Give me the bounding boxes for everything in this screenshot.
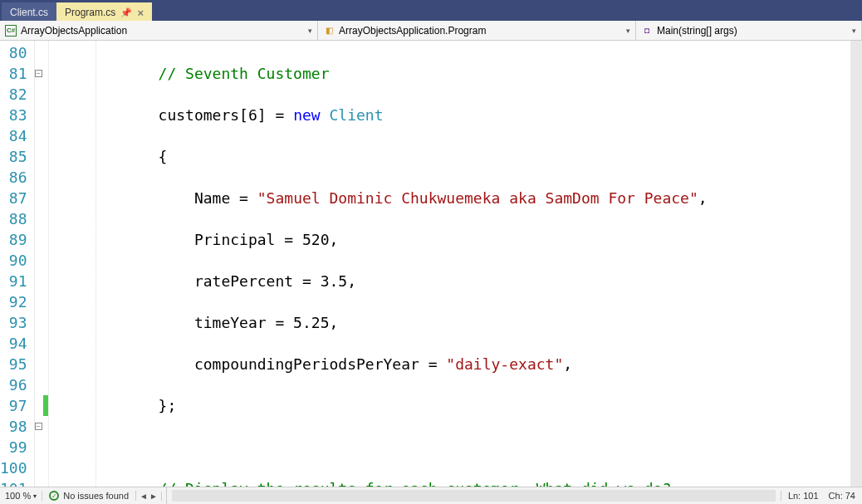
tab-label: Client.cs: [10, 7, 48, 18]
line-number: 83: [0, 105, 27, 125]
line-number: 82: [0, 84, 27, 105]
csharp-icon: C#: [5, 25, 17, 37]
line-number: 95: [0, 354, 27, 374]
line-number: 101: [0, 478, 27, 487]
nav-class-label: ArrayObjectsApplication.Program: [339, 25, 486, 37]
line-number: 90: [0, 250, 27, 271]
prev-issue-button[interactable]: ◄: [140, 492, 148, 501]
chevron-down-icon: ▾: [308, 27, 312, 35]
check-icon: ✓: [49, 491, 59, 501]
line-number: 87: [0, 188, 27, 208]
line-number: 85: [0, 146, 27, 167]
zoom-dropdown[interactable]: 100 % ▾: [0, 491, 42, 501]
line-number: 91: [0, 271, 27, 291]
status-bar: 100 % ▾ ✓ No issues found ◄ ► Ln: 101 Ch…: [0, 487, 862, 504]
issues-label: No issues found: [63, 491, 129, 501]
splitter[interactable]: [162, 487, 167, 504]
tab-bar: Client.cs Program.cs 📌 ×: [0, 0, 862, 21]
line-number: 99: [0, 437, 27, 458]
nav-namespace-dropdown[interactable]: C# ArrayObjectsApplication ▾: [0, 21, 318, 40]
line-number: 97: [0, 395, 27, 416]
line-number: 96: [0, 374, 27, 395]
navigation-bar: C# ArrayObjectsApplication ▾ ◧ ArrayObje…: [0, 21, 862, 41]
horizontal-scrollbar[interactable]: [172, 490, 776, 502]
cursor-char: Ch: 74: [829, 491, 855, 501]
zoom-label: 100 %: [5, 491, 31, 501]
line-number: 84: [0, 125, 27, 146]
close-icon[interactable]: ×: [137, 7, 144, 19]
line-number: 93: [0, 312, 27, 333]
tab-client[interactable]: Client.cs: [2, 2, 56, 21]
cursor-line: Ln: 101: [788, 491, 819, 501]
fold-toggle[interactable]: −: [35, 70, 42, 77]
nav-class-dropdown[interactable]: ◧ ArrayObjectsApplication.Program ▾: [318, 21, 636, 40]
line-number: 98: [0, 416, 27, 437]
class-icon: ◧: [323, 25, 335, 37]
chevron-down-icon: ▾: [626, 27, 630, 35]
issues-indicator[interactable]: ✓ No issues found: [42, 491, 136, 501]
change-marker-column: [42, 41, 48, 487]
line-number: 100: [0, 458, 27, 478]
tab-program[interactable]: Program.cs 📌 ×: [56, 2, 152, 21]
editor-area: 8081828384858687888990919293949596979899…: [0, 41, 862, 487]
chevron-down-icon: ▾: [852, 27, 856, 35]
line-number: 81: [0, 63, 27, 84]
code-editor[interactable]: // Seventh Customer customers[6] = new C…: [48, 41, 862, 487]
method-icon: ◘: [641, 25, 653, 37]
line-number: 80: [0, 42, 27, 63]
line-number: 88: [0, 208, 27, 229]
line-number: 94: [0, 333, 27, 354]
fold-column: − −: [35, 41, 42, 487]
line-number: 89: [0, 229, 27, 250]
next-issue-button[interactable]: ►: [149, 492, 158, 501]
fold-toggle[interactable]: −: [35, 423, 42, 430]
nav-namespace-label: ArrayObjectsApplication: [21, 25, 127, 37]
line-number-gutter: 8081828384858687888990919293949596979899…: [0, 41, 35, 487]
nav-method-dropdown[interactable]: ◘ Main(string[] args) ▾: [636, 21, 862, 40]
line-number: 86: [0, 167, 27, 188]
chevron-down-icon: ▾: [33, 492, 37, 500]
tab-label: Program.cs: [65, 7, 115, 18]
line-number: 92: [0, 291, 27, 312]
nav-method-label: Main(string[] args): [657, 25, 737, 37]
pin-icon[interactable]: 📌: [120, 7, 132, 18]
